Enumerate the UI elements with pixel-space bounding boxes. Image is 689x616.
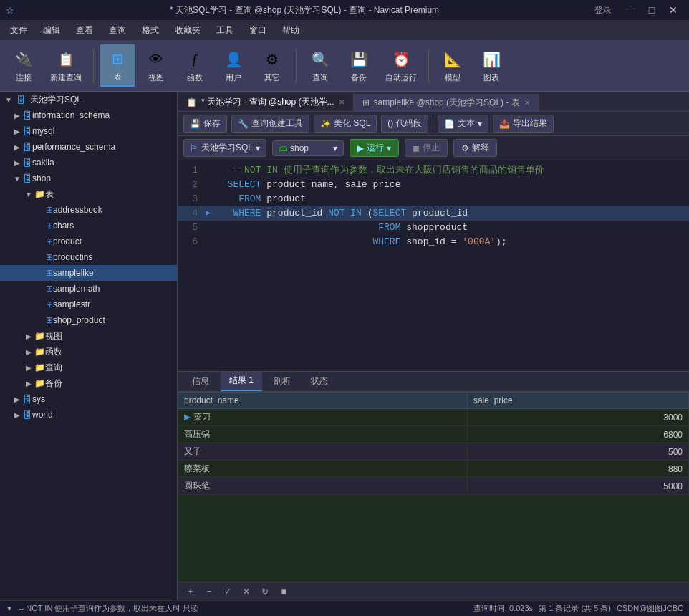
sidebar-item-查询[interactable]: ▶ 📁 查询 — [0, 360, 177, 375]
export-icon: 📤 — [499, 119, 510, 129]
table-row[interactable]: 高压锅6800 — [178, 426, 689, 443]
table-row[interactable]: ▶菜刀3000 — [178, 409, 689, 426]
model-icon: 📐 — [441, 48, 464, 71]
table-row[interactable]: 圆珠笔5000 — [178, 478, 689, 495]
save-button[interactable]: 💾 保存 — [183, 115, 227, 133]
tab-samplelike-close[interactable]: ✕ — [524, 99, 530, 107]
cell-product-name: ▶菜刀 — [178, 409, 468, 426]
sidebar-root[interactable]: ▼ 🗄 天池学习SQL — [0, 92, 177, 107]
sidebar-item-sys[interactable]: ▶ 🗄 sys — [0, 391, 177, 407]
add-row-button[interactable]: ＋ — [183, 584, 198, 599]
tab-query1-icon: 📋 — [186, 97, 197, 107]
result-tab-result1[interactable]: 结果 1 — [221, 372, 262, 391]
discard-button[interactable]: ✕ — [239, 584, 254, 599]
toolbar-query[interactable]: 🔍 查询 — [302, 45, 338, 86]
line-content-5: FROM shopproduct — [213, 221, 689, 235]
result-tab-status[interactable]: 状态 — [302, 372, 337, 390]
result-tab-info[interactable]: 信息 — [183, 372, 218, 390]
explain-button[interactable]: ⚙ 解释 — [453, 139, 497, 157]
tree-label: shop — [32, 173, 51, 183]
col-sale-price[interactable]: sale_price — [467, 393, 688, 409]
result-table: product_name sale_price ▶菜刀3000高压锅6800叉子… — [178, 392, 689, 495]
text-icon: 📄 — [444, 119, 455, 129]
table-row[interactable]: 叉子500 — [178, 443, 689, 461]
export-button[interactable]: 📤 导出结果 — [493, 115, 554, 133]
tab-query1-close[interactable]: ✕ — [339, 98, 344, 106]
menu-item-帮助[interactable]: 帮助 — [275, 21, 307, 39]
sidebar-item-sakila[interactable]: ▶ 🗄 sakila — [0, 155, 177, 170]
create-query-button[interactable]: 🔧 查询创建工具 — [231, 115, 309, 133]
result-tab-profile[interactable]: 剖析 — [265, 372, 299, 390]
refresh-button[interactable]: ↻ — [258, 584, 272, 599]
tab-samplelike[interactable]: ⊞ samplelike @shop (天池学习SQL) - 表 ✕ — [354, 94, 539, 111]
sidebar-item-mysql[interactable]: ▶ 🗄 mysql — [0, 123, 177, 139]
code-snippet-button[interactable]: () 代码段 — [381, 115, 428, 133]
toolbar-view[interactable]: 👁 视图 — [138, 45, 174, 86]
login-label[interactable]: 登录 — [594, 4, 612, 16]
tree-arrow: ▼ — [23, 191, 34, 198]
sidebar-item-performance_schema[interactable]: ▶ 🗄 performance_schema — [0, 139, 177, 155]
apply-button[interactable]: ✓ — [221, 584, 235, 599]
menu-item-文件[interactable]: 文件 — [3, 21, 34, 39]
menu-item-查看[interactable]: 查看 — [69, 21, 100, 39]
sidebar-item-函数[interactable]: ▶ 📁 函数 — [0, 344, 177, 360]
toolbar-connect[interactable]: 🔌 连接 — [6, 45, 42, 86]
tree-arrow: ▶ — [11, 395, 23, 403]
sidebar-item-视图[interactable]: ▶ 📁 视图 — [0, 328, 177, 344]
tab-query1[interactable]: 📋 * 天池学习 - 查询 @shop (天池学... ✕ — [178, 94, 354, 111]
sidebar-item-information_schema[interactable]: ▶ 🗄 information_schema — [0, 107, 177, 123]
menu-item-查询[interactable]: 查询 — [102, 21, 133, 39]
toolbar: 🔌 连接 📋 新建查询 ⊞ 表 👁 视图 ƒ 函数 👤 用户 ⚙ 其它 🔍 查询… — [0, 40, 689, 92]
result-table-container[interactable]: product_name sale_price ▶菜刀3000高压锅6800叉子… — [178, 392, 689, 582]
sidebar-item-备份[interactable]: ▶ 📁 备份 — [0, 375, 177, 391]
beautify-button[interactable]: ✨ 美化 SQL — [314, 115, 377, 133]
sidebar-item-chars[interactable]: ⊞ chars — [0, 218, 177, 234]
stop-button[interactable]: ◼ 停止 — [405, 139, 448, 157]
maximize-button[interactable]: □ — [642, 3, 662, 17]
stop-refresh-button[interactable]: ■ — [276, 584, 291, 599]
sidebar-item-samplestr[interactable]: ⊞ samplestr — [0, 297, 177, 312]
line-num-4: 4 — [178, 206, 203, 221]
toolbar-table[interactable]: ⊞ 表 — [100, 44, 135, 87]
menu-item-窗口[interactable]: 窗口 — [242, 21, 274, 39]
remove-row-button[interactable]: － — [202, 584, 216, 599]
schema-selector[interactable]: 🗃 shop ▾ — [272, 140, 344, 156]
function-icon: ƒ — [183, 48, 206, 71]
menu-item-编辑[interactable]: 编辑 — [36, 21, 67, 39]
query-label: 查询 — [312, 72, 328, 83]
menu-item-收藏夹[interactable]: 收藏夹 — [168, 21, 208, 39]
menu-item-格式[interactable]: 格式 — [135, 21, 166, 39]
toolbar-model[interactable]: 📐 模型 — [435, 45, 471, 86]
sidebar-item-world[interactable]: ▶ 🗄 world — [0, 407, 177, 423]
save-icon: 💾 — [190, 119, 201, 129]
sidebar-item-samplelike[interactable]: ⊞ samplelike — [0, 265, 177, 281]
sidebar-item-表[interactable]: ▼ 📁 表 — [0, 186, 177, 202]
toolbar-new-query[interactable]: 📋 新建查询 — [44, 45, 87, 86]
backup-label: 备份 — [351, 72, 367, 83]
sidebar-item-shop_product[interactable]: ⊞ shop_product — [0, 312, 177, 328]
close-button[interactable]: ✕ — [663, 3, 683, 17]
sidebar-item-product[interactable]: ⊞ product — [0, 234, 177, 249]
tree-label: addressbook — [53, 205, 102, 215]
toolbar-function[interactable]: ƒ 函数 — [177, 45, 213, 86]
toolbar-backup[interactable]: 💾 备份 — [341, 45, 377, 86]
toolbar-user[interactable]: 👤 用户 — [216, 45, 251, 86]
tree-arrow: ▶ — [11, 159, 23, 167]
cell-sale-price: 5000 — [467, 478, 688, 495]
sidebar-item-productins[interactable]: ⊞ productins — [0, 249, 177, 265]
minimize-button[interactable]: — — [620, 3, 640, 17]
sidebar-item-shop[interactable]: ▼ 🗄 shop — [0, 170, 177, 186]
toolbar-other[interactable]: ⚙ 其它 — [254, 45, 290, 86]
db-selector[interactable]: 🏳 天池学习SQL ▾ — [183, 139, 266, 157]
code-editor[interactable]: 1 -- NOT IN 使用子查询作为参数，取出未在大阪门店销售的商品的销售单价… — [178, 160, 689, 371]
sidebar-item-samplemath[interactable]: ⊞ samplemath — [0, 281, 177, 297]
toolbar-report[interactable]: 📊 图表 — [473, 45, 509, 86]
toolbar-autorun[interactable]: ⏰ 自动运行 — [380, 45, 423, 86]
menu-item-工具[interactable]: 工具 — [209, 21, 241, 39]
sidebar-item-addressbook[interactable]: ⊞ addressbook — [0, 202, 177, 218]
table-row[interactable]: 擦菜板880 — [178, 461, 689, 478]
text-button[interactable]: 📄 文本 ▾ — [438, 115, 488, 133]
run-button[interactable]: ▶ 运行 ▾ — [350, 139, 399, 157]
autorun-label: 自动运行 — [385, 72, 417, 83]
col-product-name[interactable]: product_name — [178, 393, 468, 409]
